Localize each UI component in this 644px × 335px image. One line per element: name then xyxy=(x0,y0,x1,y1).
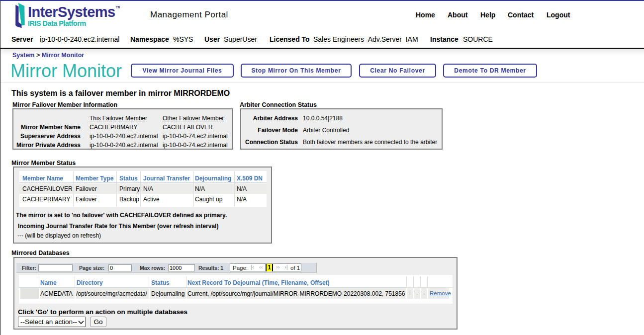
svg-text:InterSystems: InterSystems xyxy=(28,4,115,20)
svg-text:IRIS Data Platform: IRIS Data Platform xyxy=(28,19,86,27)
svg-text:TM: TM xyxy=(116,5,120,9)
